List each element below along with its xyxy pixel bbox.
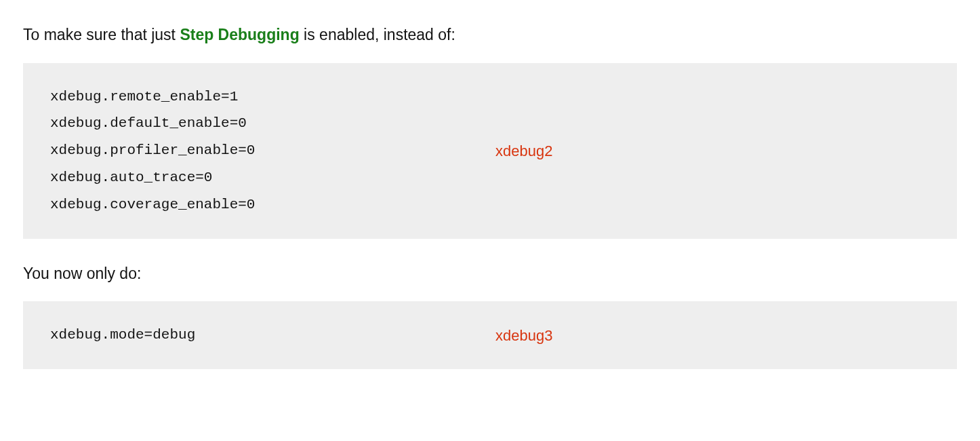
version-label-xdebug2: xdebug2 — [490, 140, 957, 162]
step-debugging-link[interactable]: Step Debugging — [180, 26, 299, 43]
version-label-xdebug3: xdebug3 — [490, 324, 957, 347]
code-text: xdebug.remote_enable=1 xdebug.default_en… — [50, 83, 463, 218]
code-block-content: xdebug.mode=debug — [23, 301, 490, 369]
middle-paragraph: You now only do: — [23, 262, 957, 286]
code-text: xdebug.mode=debug — [50, 322, 463, 349]
code-block-content: xdebug.remote_enable=1 xdebug.default_en… — [23, 63, 490, 239]
code-block-xdebug3: xdebug.mode=debug xdebug3 — [23, 301, 957, 369]
intro-text-before: To make sure that just — [23, 26, 180, 43]
code-block-xdebug2: xdebug.remote_enable=1 xdebug.default_en… — [23, 63, 957, 239]
intro-paragraph: To make sure that just Step Debugging is… — [23, 23, 957, 47]
intro-text-after: is enabled, instead of: — [300, 26, 455, 43]
